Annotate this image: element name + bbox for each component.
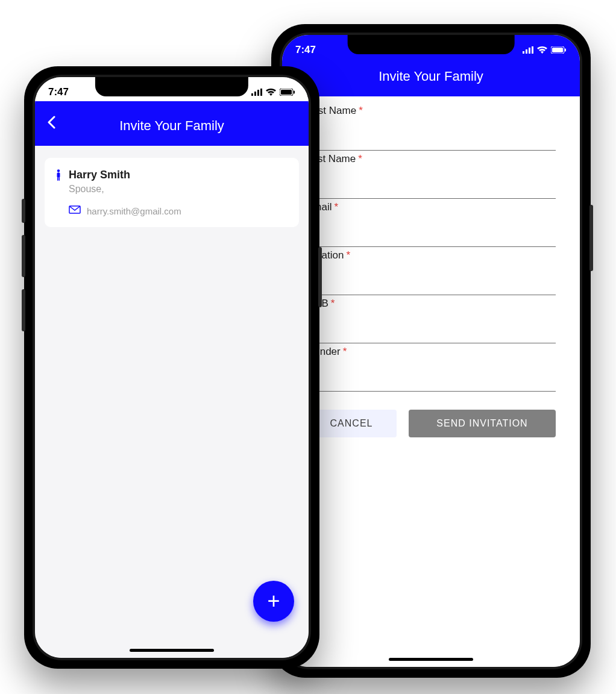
required-marker: * bbox=[359, 105, 363, 116]
member-email: harry.smith@gmail.com bbox=[87, 206, 181, 216]
svg-rect-13 bbox=[294, 91, 295, 94]
svg-rect-3 bbox=[532, 46, 533, 54]
required-marker: * bbox=[346, 249, 350, 261]
family-member-card[interactable]: Harry Smith Spouse, harry.smith@gmail.co… bbox=[45, 158, 299, 227]
page-title: Invite Your Family bbox=[379, 69, 483, 84]
mute-switch bbox=[22, 199, 25, 223]
status-indicators bbox=[251, 89, 295, 96]
relation-field: Relation* bbox=[306, 249, 556, 295]
required-marker: * bbox=[331, 298, 335, 309]
form-area: First Name* Last Name* Email* Relation* bbox=[282, 96, 580, 667]
dob-label: DOB* bbox=[306, 298, 556, 310]
svg-rect-15 bbox=[57, 172, 60, 177]
power-button bbox=[589, 205, 593, 271]
nav-header: Invite Your Family bbox=[282, 59, 580, 96]
member-relation: Spouse, bbox=[69, 184, 289, 195]
phone-bezel: 7:47 Invite Your Family bbox=[33, 75, 311, 660]
svg-point-14 bbox=[57, 169, 60, 172]
last-name-label: Last Name* bbox=[306, 153, 556, 165]
nav-header: Invite Your Family bbox=[35, 101, 309, 146]
send-invitation-button[interactable]: SEND INVITATION bbox=[409, 410, 556, 437]
gender-label: Gender* bbox=[306, 346, 556, 358]
svg-rect-7 bbox=[251, 93, 253, 96]
svg-rect-2 bbox=[529, 48, 530, 54]
page-title: Invite Your Family bbox=[119, 118, 224, 134]
add-member-fab[interactable]: + bbox=[253, 581, 294, 622]
person-icon bbox=[54, 169, 63, 181]
phone-bezel: 7:47 Invite Your Family First Name* Last… bbox=[280, 33, 582, 669]
first-name-field: First Name* bbox=[306, 105, 556, 151]
svg-rect-6 bbox=[565, 49, 566, 52]
email-icon bbox=[69, 205, 81, 216]
notch bbox=[95, 77, 248, 96]
screen: 7:47 Invite Your Family bbox=[35, 77, 309, 658]
relation-input[interactable] bbox=[306, 261, 556, 295]
back-button[interactable] bbox=[47, 116, 55, 131]
required-marker: * bbox=[358, 153, 362, 164]
wifi-icon bbox=[266, 89, 276, 96]
svg-rect-1 bbox=[526, 49, 527, 54]
email-label: Email* bbox=[306, 201, 556, 213]
last-name-input[interactable] bbox=[306, 165, 556, 199]
svg-rect-16 bbox=[57, 177, 58, 181]
status-time: 7:47 bbox=[48, 86, 69, 98]
svg-rect-0 bbox=[523, 51, 524, 54]
svg-rect-12 bbox=[281, 90, 292, 95]
svg-rect-5 bbox=[552, 48, 563, 52]
member-name: Harry Smith bbox=[69, 169, 130, 181]
cancel-button[interactable]: CANCEL bbox=[306, 410, 397, 437]
battery-icon bbox=[551, 46, 567, 54]
svg-rect-17 bbox=[58, 177, 60, 181]
status-indicators bbox=[523, 46, 567, 54]
wifi-icon bbox=[537, 46, 547, 54]
volume-up-button bbox=[22, 235, 25, 277]
member-email-row: harry.smith@gmail.com bbox=[69, 205, 289, 216]
plus-icon: + bbox=[267, 590, 280, 612]
relation-label: Relation* bbox=[306, 249, 556, 261]
home-indicator[interactable] bbox=[389, 658, 473, 661]
status-time: 7:47 bbox=[295, 44, 316, 56]
gender-field: Gender* bbox=[306, 346, 556, 392]
email-field: Email* bbox=[306, 201, 556, 247]
required-marker: * bbox=[343, 346, 347, 357]
last-name-field: Last Name* bbox=[306, 153, 556, 199]
power-button bbox=[318, 247, 322, 307]
notch bbox=[348, 35, 515, 54]
svg-rect-9 bbox=[257, 90, 259, 96]
svg-rect-10 bbox=[260, 89, 262, 96]
signal-icon bbox=[523, 46, 533, 54]
svg-rect-8 bbox=[254, 92, 256, 96]
email-input[interactable] bbox=[306, 213, 556, 247]
battery-icon bbox=[280, 89, 295, 96]
required-marker: * bbox=[335, 201, 339, 213]
signal-icon bbox=[251, 89, 262, 96]
home-indicator[interactable] bbox=[130, 649, 214, 652]
action-row: CANCEL SEND INVITATION bbox=[306, 410, 556, 437]
chevron-left-icon bbox=[47, 116, 55, 129]
dob-field: DOB* bbox=[306, 298, 556, 343]
phone-list: 7:47 Invite Your Family bbox=[24, 66, 319, 669]
gender-input[interactable] bbox=[306, 358, 556, 392]
dob-input[interactable] bbox=[306, 310, 556, 343]
card-header-row: Harry Smith bbox=[54, 169, 289, 181]
volume-down-button bbox=[22, 289, 25, 331]
first-name-label: First Name* bbox=[306, 105, 556, 117]
screen: 7:47 Invite Your Family First Name* Last… bbox=[282, 35, 580, 667]
first-name-input[interactable] bbox=[306, 117, 556, 151]
